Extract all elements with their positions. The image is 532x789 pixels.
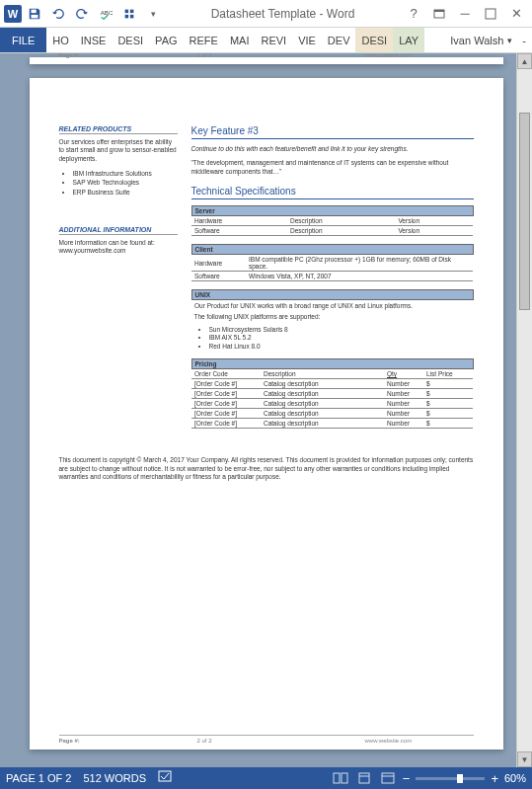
cell: $ (423, 389, 473, 399)
unix-table: UNIX Our Product for UNIX works with a b… (191, 289, 474, 309)
tab-developer[interactable]: DEV (322, 28, 356, 52)
zoom-thumb[interactable] (457, 774, 463, 783)
cell: [Order Code #] (191, 389, 261, 399)
col-head: Order Code (191, 369, 261, 379)
page-2[interactable]: RELATED PRODUCTS Our services offer ente… (30, 78, 503, 750)
collapse-ribbon-icon[interactable]: - (522, 35, 526, 46)
additional-info-heading: ADDITIONAL INFORMATION (59, 226, 178, 235)
user-name[interactable]: Ivan Walsh (450, 35, 503, 46)
svg-text:ABC: ABC (101, 8, 113, 15)
help-icon[interactable]: ? (402, 3, 425, 25)
undo-icon[interactable] (47, 3, 69, 25)
cell: Catalog description (261, 419, 384, 429)
cell: Windows Vista, XP, NT, 2007 (246, 272, 473, 281)
doc-main: Key Feature #3 Continue to do this with … (191, 125, 474, 436)
cell: Catalog description (261, 399, 384, 409)
document-scroll[interactable]: Page #: 1 of 2 www.website.com RELATED P… (0, 53, 532, 767)
close-icon[interactable]: ✕ (504, 3, 528, 25)
view-web-icon[interactable] (379, 770, 397, 786)
page-footer: Page #: 2 of 2 www.website.com (59, 735, 474, 744)
svg-rect-12 (342, 773, 347, 783)
user-dropdown-icon[interactable]: ▾ (507, 36, 512, 45)
server-table: Server HardwareDescriptionVersion Softwa… (191, 205, 474, 236)
cell: Catalog description (261, 389, 384, 399)
related-products-text: Our services offer enterprises the abili… (59, 138, 178, 163)
cell: Number (384, 379, 423, 389)
cell: [Order Code #] (191, 409, 261, 419)
col-head: Description (261, 369, 384, 379)
tech-spec-heading: Technical Specifications (191, 186, 474, 199)
cell: Software (191, 226, 287, 236)
maximize-icon[interactable] (479, 3, 502, 25)
pricing-head: Pricing (191, 359, 473, 369)
footer-page-label: Page #: (59, 53, 80, 58)
client-table: Client HardwareIBM compatible PC (2Ghz p… (191, 244, 474, 281)
save-icon[interactable] (24, 3, 45, 25)
view-read-icon[interactable] (332, 770, 349, 786)
status-page[interactable]: PAGE 1 OF 2 (6, 772, 71, 784)
page-footer: Page #: 1 of 2 www.website.com (59, 53, 474, 58)
doc-sidebar: RELATED PRODUCTS Our services offer ente… (59, 125, 178, 436)
cell: [Order Code #] (191, 399, 261, 409)
cell: Version (395, 226, 473, 236)
footer-page-num: 1 of 2 (168, 53, 306, 58)
svg-rect-0 (32, 9, 37, 13)
tab-review[interactable]: REVI (255, 28, 292, 52)
cell: Software (191, 272, 246, 281)
qat-dropdown-icon[interactable]: ▾ (142, 3, 164, 25)
scroll-thumb[interactable] (519, 113, 530, 310)
tab-ctx-layout[interactable]: LAY (393, 28, 424, 52)
page-1[interactable]: Page #: 1 of 2 www.website.com (30, 57, 503, 64)
tab-file[interactable]: FILE (0, 28, 46, 52)
unix-supported-label: The following UNIX platforms are support… (191, 313, 474, 321)
svg-rect-15 (382, 773, 394, 783)
unix-text: Our Product for UNIX works with a broad … (191, 300, 473, 310)
scroll-down-icon[interactable]: ▼ (517, 751, 532, 767)
col-head: List Price (423, 369, 473, 379)
spellcheck-icon[interactable]: ABC (95, 3, 116, 25)
tab-page-layout[interactable]: PAG (149, 28, 183, 52)
status-proof-icon[interactable] (158, 770, 174, 786)
cell: $ (423, 399, 473, 409)
zoom-level[interactable]: 60% (504, 772, 526, 784)
footer-site: www.website.com (306, 53, 474, 58)
cell: Number (384, 409, 423, 419)
cell: Hardware (191, 255, 246, 272)
redo-icon[interactable] (71, 3, 93, 25)
svg-rect-1 (32, 14, 38, 18)
zoom-out-button[interactable]: − (403, 771, 411, 786)
tab-view[interactable]: VIE (292, 28, 322, 52)
zoom-slider[interactable] (416, 777, 485, 780)
statusbar: PAGE 1 OF 2 512 WORDS − + 60% (0, 767, 532, 789)
zoom-in-button[interactable]: + (491, 771, 498, 786)
svg-rect-5 (125, 14, 129, 18)
footer-site: www.website.com (306, 738, 474, 744)
tab-mailings[interactable]: MAI (224, 28, 256, 52)
vertical-scrollbar[interactable]: ▲ ▼ (516, 53, 532, 767)
feature-quote: "The development, management and mainten… (191, 159, 474, 176)
tab-ctx-design[interactable]: DESI (355, 28, 393, 52)
tab-home[interactable]: HO (46, 28, 75, 52)
svg-rect-13 (359, 773, 369, 783)
cell: Catalog description (261, 379, 384, 389)
related-products-list: IBM Infrastructure Solutions SAP Web Tec… (59, 169, 178, 196)
unix-list: Sun Microsystems Solaris 8 IBM AIX 5L 5.… (191, 326, 474, 351)
scroll-up-icon[interactable]: ▲ (517, 53, 532, 69)
tab-insert[interactable]: INSE (75, 28, 113, 52)
cell: Number (384, 389, 423, 399)
list-item: Red Hat Linux 8.0 (209, 343, 474, 351)
cell: [Order Code #] (191, 419, 261, 429)
ribbon-display-icon[interactable] (427, 3, 451, 25)
status-words[interactable]: 512 WORDS (83, 772, 146, 784)
view-print-icon[interactable] (355, 770, 373, 786)
col-head: Qty (387, 370, 397, 377)
options-icon[interactable] (118, 3, 140, 25)
tab-design[interactable]: DESI (112, 28, 149, 52)
list-item: IBM Infrastructure Solutions (73, 169, 178, 178)
related-products-heading: RELATED PRODUCTS (59, 125, 178, 134)
titlebar: W ABC ▾ Datasheet Template - Word ? ─ ✕ (0, 0, 532, 28)
cell: Catalog description (261, 409, 384, 419)
client-head: Client (191, 245, 473, 255)
minimize-icon[interactable]: ─ (453, 3, 477, 25)
tab-references[interactable]: REFE (184, 28, 224, 52)
